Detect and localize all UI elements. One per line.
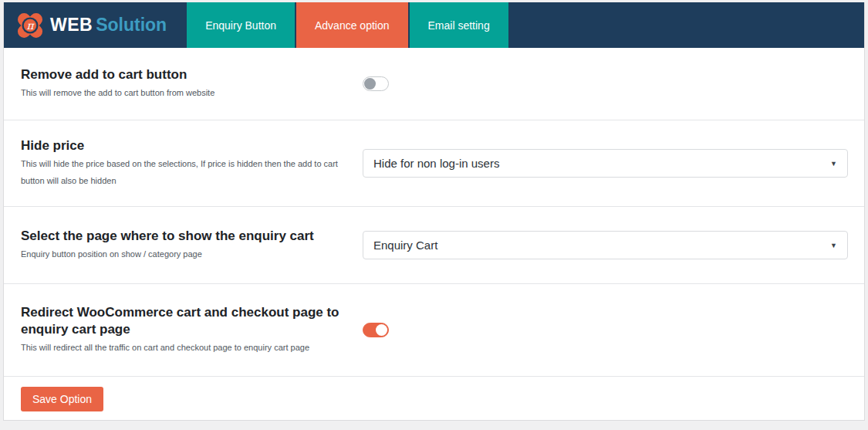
- setting-description: This will remove the add to cart button …: [21, 84, 363, 101]
- advance-option-panel: Remove add to cart button This will remo…: [4, 48, 864, 421]
- setting-control-block: [363, 323, 864, 337]
- hide-price-select[interactable]: Hide for non log-in users ▼: [363, 149, 848, 178]
- setting-text-block: Redirect WooCommerce cart and checkout p…: [4, 304, 363, 356]
- setting-row-enquiry-cart-page: Select the page where to show the enquir…: [4, 207, 864, 284]
- setting-title: Hide price: [21, 137, 360, 154]
- setting-description: This will hide the price based on the se…: [21, 155, 363, 189]
- setting-row-redirect-cart-checkout: Redirect WooCommerce cart and checkout p…: [4, 284, 864, 377]
- setting-control-block: Hide for non log-in users ▼: [363, 149, 864, 178]
- setting-control-block: [363, 76, 864, 91]
- tab-bar: Enquiry Button Advance option Email sett…: [187, 2, 510, 48]
- toggle-knob: [364, 78, 376, 90]
- setting-description: Enquiry button position on show / catego…: [21, 245, 363, 262]
- tab-advance-option[interactable]: Advance option: [296, 2, 408, 48]
- selected-option-label: Enquiry Cart: [373, 239, 437, 252]
- save-option-button[interactable]: Save Option: [21, 387, 103, 411]
- redirect-cart-checkout-toggle[interactable]: [363, 323, 389, 337]
- setting-text-block: Hide price This will hide the price base…: [4, 137, 363, 189]
- setting-text-block: Remove add to cart button This will remo…: [4, 66, 363, 101]
- setting-title: Select the page where to show the enquir…: [21, 228, 360, 245]
- dropdown-arrow-icon: ▼: [830, 160, 837, 168]
- brand-title-bold: WEB: [50, 15, 93, 36]
- selected-option-label: Hide for non log-in users: [373, 157, 499, 170]
- setting-description: This will redirect all the traffic on ca…: [21, 339, 363, 356]
- brand-title-light: Solution: [96, 15, 167, 36]
- dropdown-arrow-icon: ▼: [830, 242, 837, 249]
- setting-control-block: Enquiry Cart ▼: [363, 231, 864, 259]
- save-row: Save Option: [4, 377, 864, 421]
- brand-logo: π WEB Solution: [4, 2, 187, 48]
- plugin-header: π WEB Solution Enquiry Button Advance op…: [4, 2, 864, 48]
- toggle-knob: [376, 324, 387, 336]
- pi-x-logo-icon: π: [13, 8, 47, 42]
- tab-email-setting[interactable]: Email setting: [410, 2, 508, 48]
- remove-add-to-cart-toggle[interactable]: [363, 76, 389, 91]
- setting-row-remove-add-to-cart: Remove add to cart button This will remo…: [4, 48, 864, 120]
- setting-title: Redirect WooCommerce cart and checkout p…: [21, 304, 360, 338]
- setting-text-block: Select the page where to show the enquir…: [4, 228, 363, 262]
- setting-title: Remove add to cart button: [21, 66, 360, 83]
- enquiry-cart-page-select[interactable]: Enquiry Cart ▼: [363, 231, 848, 259]
- setting-row-hide-price: Hide price This will hide the price base…: [4, 120, 864, 207]
- settings-card: π WEB Solution Enquiry Button Advance op…: [3, 2, 865, 421]
- tab-enquiry-button[interactable]: Enquiry Button: [187, 2, 295, 48]
